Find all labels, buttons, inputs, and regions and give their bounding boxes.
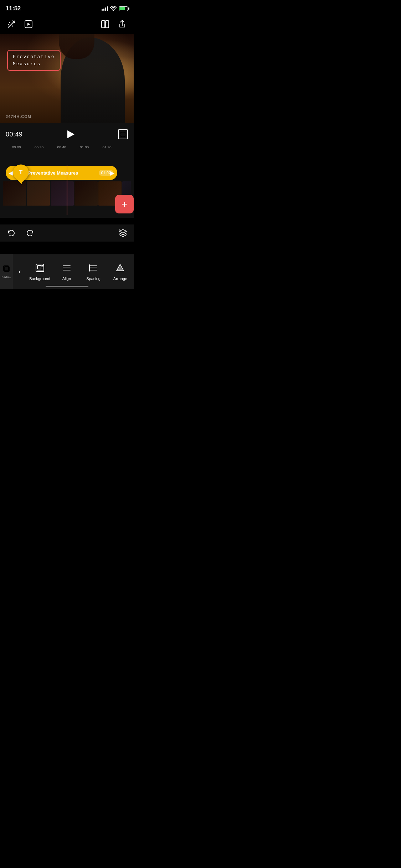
- timeline-area: T ◀ Preventative Measures 01:02 ▶ +: [0, 148, 134, 218]
- svg-point-2: [12, 26, 13, 27]
- add-icon: +: [122, 199, 127, 209]
- svg-point-4: [14, 24, 14, 24]
- svg-rect-14: [37, 265, 41, 269]
- clip-arrow-right[interactable]: ▶: [110, 170, 114, 176]
- spacing-tab[interactable]: Spacing: [80, 254, 107, 289]
- film-frame-3: [51, 181, 74, 206]
- svg-point-3: [8, 24, 9, 25]
- background-icon: [35, 263, 45, 274]
- clip-arrow-left[interactable]: ◀: [9, 170, 13, 176]
- toolbar-right: [99, 19, 128, 30]
- time-display: 00:49: [6, 131, 23, 138]
- background-tab[interactable]: Background: [26, 254, 53, 289]
- svg-point-1: [9, 22, 10, 23]
- watermark: 247HH.COM: [6, 114, 31, 119]
- status-time: 11:52: [6, 5, 21, 12]
- align-label: Align: [62, 277, 71, 281]
- redo-button[interactable]: [24, 227, 36, 239]
- timeline-wrapper: T ◀ Preventative Measures 01:02 ▶ +: [0, 165, 134, 215]
- film-frame-1: [3, 181, 26, 206]
- share-icon[interactable]: [117, 19, 128, 30]
- arrange-icon: [115, 263, 125, 274]
- fullscreen-button[interactable]: [118, 129, 128, 139]
- storyboard-icon[interactable]: [99, 19, 111, 30]
- play-triangle-icon: [67, 130, 74, 138]
- undo-redo-controls: [6, 227, 36, 239]
- film-frame-4: [74, 181, 98, 206]
- spacing-label: Spacing: [86, 277, 101, 281]
- arrange-label: Arrange: [113, 277, 127, 281]
- top-toolbar: [0, 16, 134, 33]
- align-tab[interactable]: Align: [53, 254, 80, 289]
- undo-button[interactable]: [6, 227, 17, 239]
- svg-text:+: +: [119, 228, 120, 232]
- effects-icon[interactable]: [6, 19, 17, 30]
- shadow-tab-partial[interactable]: hadow: [0, 254, 13, 289]
- bottom-toolbar: hadow ‹ Background Align: [0, 254, 134, 289]
- wifi-icon: [110, 6, 117, 12]
- film-frame-2: [27, 181, 50, 206]
- home-indicator: [46, 286, 88, 287]
- shadow-label: hadow: [2, 275, 11, 279]
- add-clip-button[interactable]: +: [115, 195, 134, 213]
- svg-rect-6: [102, 21, 105, 28]
- layers-button[interactable]: +: [118, 228, 128, 238]
- playback-row: 00:49: [6, 127, 128, 141]
- status-icons: [102, 6, 128, 12]
- align-icon: [62, 263, 72, 274]
- svg-point-0: [113, 10, 114, 10]
- play-button[interactable]: [63, 127, 77, 141]
- text-overlay-box: Preventative Measures: [7, 50, 61, 71]
- playhead: [67, 165, 67, 215]
- undo-redo-row: +: [0, 224, 134, 242]
- toolbar-left: [6, 19, 34, 30]
- signal-bars-icon: [102, 6, 108, 11]
- scroll-left-button[interactable]: ‹: [13, 254, 26, 289]
- battery-icon: [119, 6, 128, 11]
- svg-rect-7: [106, 21, 109, 28]
- status-bar: 11:52: [0, 0, 134, 15]
- video-preview: Preventative Measures 247HH.COM: [0, 34, 134, 123]
- svg-rect-12: [4, 267, 9, 272]
- preview-icon[interactable]: [23, 19, 34, 30]
- arrange-tab[interactable]: Arrange: [107, 254, 134, 289]
- scroll-left-icon: ‹: [19, 268, 21, 275]
- background-label: Background: [29, 277, 50, 281]
- video-text-content: Preventative Measures: [13, 53, 55, 67]
- text-marker[interactable]: T: [14, 165, 29, 184]
- spacing-icon: [88, 263, 98, 274]
